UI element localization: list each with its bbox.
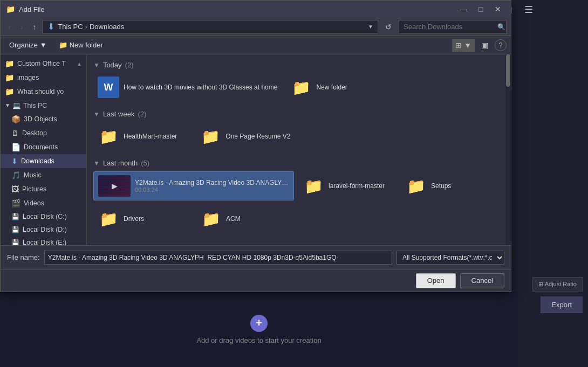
maximize-button[interactable]: □ bbox=[473, 3, 488, 15]
group-chevron-last-week[interactable]: ▼ bbox=[93, 110, 100, 118]
add-plus-icon[interactable]: + bbox=[250, 315, 268, 332]
file-name: HealthMart-master bbox=[124, 133, 187, 140]
this-pc-label: This PC bbox=[23, 102, 47, 109]
group-label-last-month: Last month bbox=[103, 159, 138, 167]
sidebar-item-custom-office[interactable]: 📁 Custom Office T ▲ bbox=[1, 57, 86, 71]
minimize-button[interactable]: — bbox=[456, 3, 471, 15]
group-label-today: Today bbox=[103, 61, 122, 69]
file-info: HealthMart-master bbox=[124, 133, 187, 140]
file-grid-today: W How to watch 3D movies without 3D Glas… bbox=[93, 73, 499, 101]
file-info: Drivers bbox=[124, 215, 187, 223]
new-folder-button[interactable]: 📁 New folder bbox=[54, 39, 107, 51]
file-name: One Page Resume V2 bbox=[225, 133, 290, 140]
address-dropdown-button[interactable]: ▼ bbox=[368, 24, 373, 30]
filetype-select[interactable]: All Supported Formats(*.wtv;*.c All File… bbox=[396, 251, 504, 265]
forward-button[interactable]: › bbox=[17, 21, 26, 33]
sidebar-item-desktop[interactable]: 🖥 Desktop bbox=[1, 126, 86, 140]
file-scroll[interactable]: ▼ Today (2) W How to watch 3D movies wit… bbox=[87, 54, 505, 245]
sidebar-item-pictures[interactable]: 🖼 Pictures bbox=[1, 182, 86, 196]
folder-colored-icon: 📁 bbox=[405, 175, 427, 197]
export-button[interactable]: Export bbox=[541, 296, 583, 313]
sidebar-item-3d-objects[interactable]: 📦 3D Objects bbox=[1, 112, 86, 126]
preview-view-button[interactable]: ▣ bbox=[478, 39, 491, 52]
sidebar-item-music[interactable]: 🎵 Music bbox=[1, 168, 86, 182]
file-item-new-folder[interactable]: 📁 New folder bbox=[286, 73, 354, 101]
file-name: Drivers bbox=[124, 215, 187, 223]
title-bar: 📁 Add File — □ ✕ bbox=[1, 1, 511, 18]
group-count-last-week: (2) bbox=[138, 110, 146, 118]
open-button[interactable]: Open bbox=[416, 273, 456, 288]
sidebar-item-videos[interactable]: 🎬 Videos bbox=[1, 196, 86, 210]
scrollbar-thumb[interactable] bbox=[506, 54, 510, 87]
title-bar-controls: — □ ✕ bbox=[456, 3, 505, 15]
expand-icon: ▲ bbox=[77, 61, 82, 67]
up-button[interactable]: ↑ bbox=[29, 21, 39, 33]
word-icon: W bbox=[98, 77, 119, 98]
file-grid-last-month: ▶ Y2Mate.is - Amazing 3D Racing Video 3D… bbox=[93, 171, 499, 233]
cancel-button[interactable]: Cancel bbox=[460, 273, 504, 288]
search-input[interactable] bbox=[404, 23, 494, 31]
scrollbar-track[interactable] bbox=[505, 54, 511, 245]
file-info: ACM bbox=[226, 215, 290, 223]
address-bar[interactable]: ⬇ This PC › Downloads ▼ bbox=[43, 20, 378, 34]
downloads-icon: ⬇ bbox=[47, 22, 54, 32]
file-grid-last-week: 📁 HealthMart-master 📁 One Page Resume V2 bbox=[93, 122, 499, 150]
dialog-actions: Open Cancel bbox=[1, 269, 511, 292]
sidebar-item-documents[interactable]: 📄 Documents bbox=[1, 140, 86, 154]
file-info: laravel-form-master bbox=[329, 182, 392, 190]
sidebar-item-label: images bbox=[17, 74, 82, 81]
address-path: This PC › Downloads bbox=[58, 23, 365, 31]
title-bar-icon: 📁 bbox=[6, 5, 15, 13]
sidebar-group-this-pc[interactable]: ▼ 💻 This PC bbox=[1, 99, 86, 112]
file-name: How to watch 3D movies without 3D Glasse… bbox=[124, 84, 277, 91]
group-chevron-last-month[interactable]: ▼ bbox=[93, 160, 100, 167]
grid-view-button[interactable]: ⊞ ▼ bbox=[452, 39, 475, 52]
videos-icon: 🎬 bbox=[11, 199, 20, 207]
group-header-today: ▼ Today (2) bbox=[93, 61, 499, 69]
file-area: ▼ Today (2) W How to watch 3D movies wit… bbox=[87, 54, 505, 245]
file-name: ACM bbox=[226, 215, 290, 223]
sidebar-item-local-disk-e[interactable]: 💾 Local Disk (E:) bbox=[1, 236, 86, 245]
address-toolbar: ‹ › ↑ ⬇ This PC › Downloads ▼ ↺ 🔍 bbox=[1, 18, 511, 36]
close-button[interactable]: ✕ bbox=[490, 3, 505, 15]
main-content: 📁 Custom Office T ▲ 📁 images 📁 What shou… bbox=[1, 54, 511, 245]
folder-icon: 📁 bbox=[5, 87, 14, 96]
search-icon: 🔍 bbox=[497, 23, 505, 31]
file-item-one-page-resume[interactable]: 📁 One Page Resume V2 bbox=[195, 122, 295, 150]
folder-icon: 📁 bbox=[98, 126, 119, 147]
sidebar-item-label: Pictures bbox=[22, 185, 82, 193]
sidebar-item-downloads[interactable]: ⬇ Downloads bbox=[1, 154, 86, 168]
add-videos-text: Add or drag videos to start your creatio… bbox=[196, 336, 321, 344]
file-item-laravel[interactable]: 📁 laravel-form-master bbox=[298, 171, 396, 200]
help-button[interactable]: ? bbox=[495, 39, 507, 51]
sidebar-item-what-should[interactable]: 📁 What should yo bbox=[1, 85, 86, 99]
sidebar-item-images[interactable]: 📁 images bbox=[1, 71, 86, 85]
file-item-drivers[interactable]: 📁 Drivers bbox=[93, 205, 192, 233]
file-item-how-to-watch[interactable]: W How to watch 3D movies without 3D Glas… bbox=[93, 73, 282, 101]
new-folder-icon: 📁 bbox=[59, 41, 67, 49]
file-item-acm[interactable]: 📁 ACM bbox=[196, 205, 294, 233]
group-header-last-week: ▼ Last week (2) bbox=[93, 110, 499, 118]
sidebar-item-label: Local Disk (C:) bbox=[23, 213, 82, 220]
file-item-setups[interactable]: 📁 Setups bbox=[401, 171, 499, 200]
back-button[interactable]: ‹ bbox=[5, 21, 14, 33]
sidebar-item-label: Videos bbox=[24, 199, 82, 207]
sidebar-item-local-disk-d[interactable]: 💾 Local Disk (D:) bbox=[1, 223, 86, 236]
adjust-ratio-button[interactable]: ⊞ Adjust Ratio bbox=[532, 277, 583, 292]
menu-icon[interactable]: ☰ bbox=[518, 0, 539, 19]
group-label-last-week: Last week bbox=[103, 110, 135, 118]
file-duration: 00:03:24 bbox=[135, 186, 289, 193]
file-item-healthmart[interactable]: 📁 HealthMart-master bbox=[93, 122, 191, 150]
refresh-button[interactable]: ↺ bbox=[381, 20, 395, 34]
organize-button[interactable]: Organize ▼ bbox=[5, 39, 51, 51]
file-info: Setups bbox=[431, 182, 495, 190]
file-item-y2mate[interactable]: ▶ Y2Mate.is - Amazing 3D Racing Video 3D… bbox=[93, 171, 294, 200]
filename-input[interactable] bbox=[44, 251, 392, 265]
add-videos-area: + Add or drag videos to start your creat… bbox=[0, 292, 518, 367]
group-chevron-today[interactable]: ▼ bbox=[93, 61, 100, 69]
disk-icon: 💾 bbox=[11, 226, 19, 233]
folder-icon: 📁 bbox=[200, 126, 221, 147]
sidebar-item-local-disk-c[interactable]: 💾 Local Disk (C:) bbox=[1, 210, 86, 223]
sidebar-item-label: Downloads bbox=[21, 157, 82, 165]
music-icon: 🎵 bbox=[11, 171, 20, 179]
